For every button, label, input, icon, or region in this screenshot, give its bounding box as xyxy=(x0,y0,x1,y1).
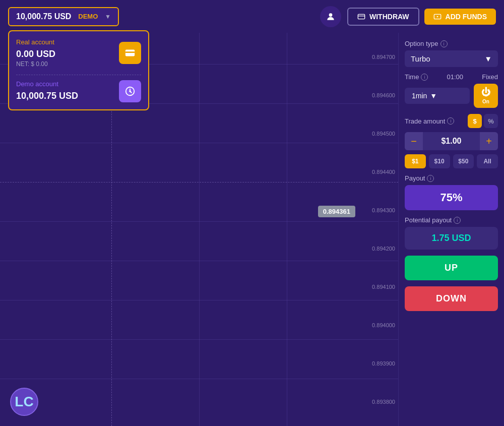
right-panel: Option type i Turbo ▼ Time i 01:00 Fixed xyxy=(398,33,504,426)
amount-decrease-button[interactable]: − xyxy=(405,132,423,150)
real-account-icon-button[interactable] xyxy=(119,42,141,64)
y-label: 0.894200 xyxy=(358,246,398,252)
time-select[interactable]: 1min ▼ xyxy=(405,88,470,104)
real-account-label: Real account xyxy=(16,38,55,46)
payout-info-icon: i xyxy=(427,175,434,182)
fixed-label: Fixed xyxy=(482,73,498,81)
header: 10,000.75 USD DEMO ▼ Real account 0.00 U… xyxy=(0,0,504,33)
y-label: 0.894500 xyxy=(358,131,398,137)
demo-account-icon-button[interactable] xyxy=(119,80,141,102)
up-button[interactable]: UP xyxy=(405,256,498,280)
y-label: 0.894400 xyxy=(358,169,398,175)
real-account-section: Real account 0.00 USD NET: $ 0.00 xyxy=(16,38,141,75)
quick-amount-all-button[interactable]: All xyxy=(477,154,498,168)
payout-label: Payout i xyxy=(405,174,498,182)
option-type-chevron-icon: ▼ xyxy=(484,54,492,63)
y-label: 0.894300 xyxy=(358,207,398,213)
option-type-select[interactable]: Turbo ▼ xyxy=(405,50,498,67)
demo-account-section: Demo account 10,000.75 USD xyxy=(16,80,141,102)
quick-amount-50-button[interactable]: $50 xyxy=(453,154,474,168)
real-account-balance: 0.00 USD xyxy=(16,49,55,59)
svg-point-3 xyxy=(129,90,131,92)
y-label: 0.894600 xyxy=(358,92,398,98)
y-label: 0.893900 xyxy=(358,360,398,367)
time-label: Time i xyxy=(405,73,428,81)
price-badge: 0.894361 xyxy=(318,206,355,217)
chevron-down-icon: ▼ xyxy=(105,13,111,20)
payout-value: 75% xyxy=(405,185,498,210)
profile-button[interactable] xyxy=(320,6,341,27)
withdraw-label: WITHDRAW xyxy=(369,13,409,21)
add-funds-button[interactable]: ADD FUNDS xyxy=(424,9,496,25)
account-dropdown: Real account 0.00 USD NET: $ 0.00 Demo a… xyxy=(8,30,149,110)
potential-label: Potential payout i xyxy=(405,216,498,224)
account-balance: 10,000.75 USD xyxy=(16,12,71,21)
demo-account-label: Demo account xyxy=(16,80,78,88)
time-select-chevron-icon: ▼ xyxy=(430,92,437,100)
y-label: 0.893800 xyxy=(358,399,398,405)
demo-badge: DEMO xyxy=(78,13,98,20)
trade-amount-info-icon: i xyxy=(447,117,454,125)
amount-value: $1.00 xyxy=(423,137,480,146)
payout-section: Payout i 75% xyxy=(405,174,498,210)
option-type-label: Option type i xyxy=(405,40,498,47)
add-funds-label: ADD FUNDS xyxy=(446,13,487,21)
grid-line-v xyxy=(199,33,200,426)
svg-point-4 xyxy=(329,13,333,17)
amount-increase-button[interactable]: + xyxy=(480,132,498,150)
quick-amount-10-button[interactable]: $10 xyxy=(429,154,450,168)
demo-account-balance: 10,000.75 USD xyxy=(16,91,78,101)
option-type-info-icon: i xyxy=(440,40,448,47)
on-toggle-label: On xyxy=(482,99,489,104)
time-value: 01:00 xyxy=(447,73,464,81)
svg-rect-5 xyxy=(358,14,364,19)
time-info-icon: i xyxy=(421,74,428,81)
y-label: 0.894000 xyxy=(358,322,398,328)
trade-amount-section: Trade amount i $ % − $1.00 + $1 $10 $50 … xyxy=(405,114,498,168)
account-selector[interactable]: 10,000.75 USD DEMO ▼ xyxy=(8,7,119,26)
option-type-value: Turbo xyxy=(411,54,430,63)
logo: LC xyxy=(10,388,38,416)
potential-info-icon: i xyxy=(454,217,461,224)
withdraw-button[interactable]: WITHDRAW xyxy=(347,8,419,26)
real-account-net: NET: $ 0.00 xyxy=(16,60,55,68)
amount-type-percent-button[interactable]: % xyxy=(484,114,498,128)
grid-line-v xyxy=(287,33,287,426)
y-label: 0.894100 xyxy=(358,284,398,290)
option-type-section: Option type i Turbo ▼ xyxy=(405,40,498,67)
toggle-on-icon: ⏻ xyxy=(481,87,490,98)
amount-type-dollar-button[interactable]: $ xyxy=(468,114,482,128)
time-select-value: 1min xyxy=(412,92,427,100)
potential-value: 1.75 USD xyxy=(405,227,498,250)
y-axis: 0.894700 0.894600 0.894500 0.894400 0.89… xyxy=(358,33,398,426)
potential-payout-section: Potential payout i 1.75 USD xyxy=(405,216,498,250)
time-section: Time i 01:00 Fixed 1min ▼ ⏻ On xyxy=(405,73,498,108)
on-toggle[interactable]: ⏻ On xyxy=(474,84,498,108)
y-label: 0.894700 xyxy=(358,54,398,60)
quick-amount-1-button[interactable]: $1 xyxy=(405,154,426,168)
down-button[interactable]: DOWN xyxy=(405,286,498,311)
svg-rect-1 xyxy=(125,51,135,53)
trade-amount-label: Trade amount i xyxy=(405,117,454,125)
